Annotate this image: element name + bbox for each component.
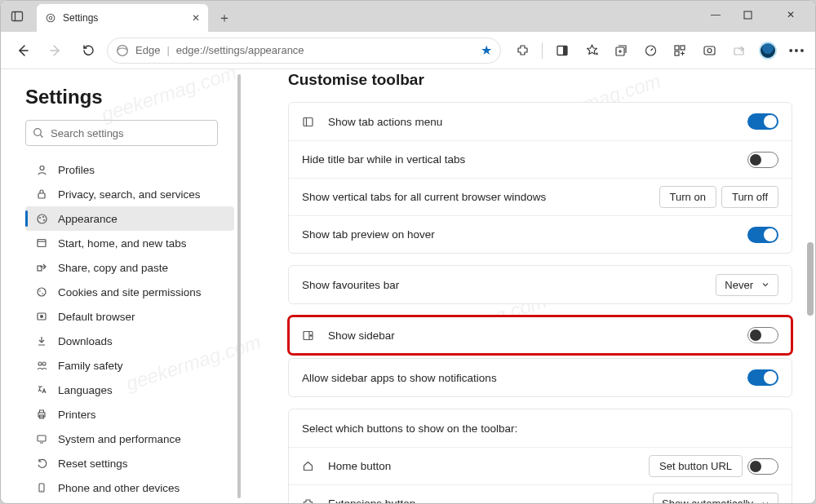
nav-languages[interactable]: Languages [25, 378, 234, 402]
collections-icon[interactable] [611, 41, 631, 60]
tab-actions-row-icon [302, 116, 317, 128]
cookie-icon [35, 285, 48, 298]
toggle-tab-preview[interactable] [747, 227, 778, 243]
printer-icon [35, 408, 48, 421]
section-heading: Customise toolbar [288, 71, 792, 89]
svg-point-42 [42, 362, 46, 365]
tab-title: Settings [63, 12, 98, 24]
row-tab-actions[interactable]: Show tab actions menu [289, 103, 792, 140]
arrow-left-icon [16, 43, 30, 58]
settings-title: Settings [25, 86, 234, 108]
nav-downloads[interactable]: Downloads [25, 329, 234, 353]
lock-icon [35, 188, 48, 201]
row-label: Show tab actions menu [328, 116, 442, 128]
share-nav-icon [35, 261, 48, 274]
row-vertical-tabs: Show vertical tabs for all current brows… [289, 178, 792, 215]
row-label: Show favourites bar [302, 279, 399, 291]
toggle-home-button[interactable] [747, 458, 778, 475]
nav-appearance[interactable]: Appearance [25, 206, 234, 231]
performance-icon[interactable] [641, 41, 660, 60]
favourites-bar-select[interactable]: Never [716, 274, 778, 296]
reset-icon [35, 457, 48, 470]
turn-on-button[interactable]: Turn on [659, 186, 716, 208]
forward-button [42, 37, 69, 64]
maximize-button[interactable] [743, 11, 763, 20]
nav-privacy[interactable]: Privacy, search, and services [25, 182, 234, 206]
browser-tab[interactable]: Settings ✕ [37, 4, 208, 32]
tab-actions-button[interactable] [1, 1, 33, 32]
sidebar-icon[interactable] [552, 41, 572, 60]
apps-icon[interactable] [670, 41, 690, 60]
set-button-url[interactable]: Set button URL [649, 455, 743, 477]
svg-point-2 [47, 14, 55, 22]
row-label: Hide title bar while in vertical tabs [302, 153, 465, 166]
share-icon[interactable] [729, 41, 748, 60]
nav-accessibility[interactable]: Accessibility [25, 500, 234, 503]
row-sidebar-notifications[interactable]: Allow sidebar apps to show notifications [289, 359, 792, 396]
svg-point-25 [34, 129, 42, 136]
settings-sidebar: Settings Search settings Profiles Privac… [1, 69, 246, 503]
sidebar-card: Show sidebar [288, 316, 792, 355]
svg-point-7 [118, 45, 128, 55]
row-hide-title[interactable]: Hide title bar while in vertical tabs [289, 140, 792, 178]
settings-main: Customise toolbar Show tab actions menu … [246, 69, 815, 503]
nav-start[interactable]: Start, home, and new tabs [25, 231, 234, 255]
toggle-sidebar-notifications[interactable] [747, 369, 778, 386]
main-scrollbar-thumb[interactable] [807, 242, 814, 316]
row-tab-preview[interactable]: Show tab preview on hover [289, 215, 792, 253]
row-favourites-bar[interactable]: Show favourites bar Never [289, 266, 792, 303]
row-show-sidebar[interactable]: Show sidebar [289, 316, 792, 354]
nav-phone[interactable]: Phone and other devices [25, 475, 234, 500]
nav-default-browser[interactable]: Default browser [25, 304, 234, 329]
nav-share[interactable]: Share, copy and paste [25, 255, 234, 280]
extensions-select[interactable]: Show automatically [653, 493, 778, 503]
toggle-show-sidebar[interactable] [747, 327, 778, 343]
toolbar-actions: ••• [512, 41, 807, 60]
screenshot-icon[interactable] [699, 41, 719, 60]
language-icon [35, 383, 48, 396]
nav-profiles[interactable]: Profiles [25, 157, 234, 182]
nav-printers[interactable]: Printers [25, 402, 234, 427]
row-buttons-heading: Select which buttons to show on the tool… [289, 409, 792, 447]
toggle-tab-actions[interactable] [747, 113, 778, 130]
refresh-button[interactable] [74, 37, 102, 64]
extensions-icon[interactable] [512, 41, 532, 60]
back-button[interactable] [9, 37, 37, 64]
address-separator: | [166, 44, 169, 56]
nav-label: Default browser [58, 311, 135, 323]
close-window-button[interactable]: ✕ [781, 9, 800, 20]
settings-search[interactable]: Search settings [25, 120, 218, 146]
nav-label: Profiles [58, 164, 95, 176]
svg-rect-33 [38, 240, 46, 247]
more-menu-button[interactable]: ••• [787, 41, 807, 60]
svg-rect-45 [38, 435, 46, 441]
favorite-star-icon[interactable]: ★ [481, 42, 492, 58]
toggle-hide-title[interactable] [747, 152, 778, 168]
row-home-button[interactable]: Home button Set button URL [289, 447, 792, 484]
nav-system[interactable]: System and performance [25, 427, 234, 451]
address-brand: Edge [135, 44, 160, 56]
sidebar-scrollbar[interactable] [237, 74, 241, 498]
address-bar[interactable]: Edge | edge://settings/appearance ★ [107, 38, 501, 64]
svg-rect-0 [12, 12, 23, 21]
nav-label: Phone and other devices [58, 482, 180, 494]
home-icon [302, 460, 317, 472]
new-tab-button[interactable]: ＋ [213, 10, 236, 27]
nav-family[interactable]: Family safety [25, 353, 234, 378]
svg-point-30 [39, 217, 41, 219]
window-controls: ― ✕ [706, 1, 812, 29]
browser-window: geekermag.com geekermag.com geekermag.co… [0, 0, 816, 504]
svg-rect-50 [304, 117, 313, 126]
svg-point-29 [38, 214, 47, 223]
nav-cookies[interactable]: Cookies and site permissions [25, 280, 234, 304]
favorites-icon[interactable] [582, 41, 601, 60]
row-extensions-button[interactable]: Extensions button Show automatically [289, 484, 792, 503]
turn-off-button[interactable]: Turn off [721, 186, 778, 208]
svg-rect-4 [744, 11, 752, 19]
nav-reset[interactable]: Reset settings [25, 451, 234, 475]
close-tab-button[interactable]: ✕ [192, 12, 200, 24]
arrow-right-icon [48, 43, 63, 58]
nav-label: Downloads [58, 335, 113, 347]
minimize-button[interactable]: ― [706, 9, 725, 20]
profile-avatar[interactable] [758, 41, 778, 60]
